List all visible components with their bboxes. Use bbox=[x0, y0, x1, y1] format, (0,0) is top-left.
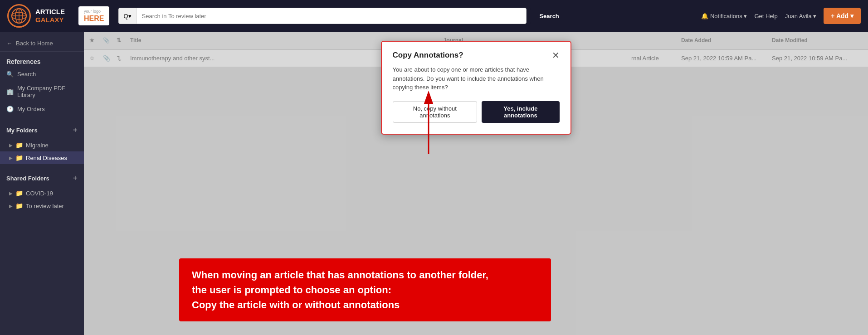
logo-text: ARTICLE GALAXY bbox=[35, 8, 65, 24]
get-help-link[interactable]: Get Help bbox=[754, 13, 777, 19]
search-box: Q▾ bbox=[118, 8, 527, 24]
chevron-right-icon-4: ▶ bbox=[9, 204, 13, 209]
content-area: ★ 📎 ⇅ Title Journal Date Added Date Modi… bbox=[84, 32, 868, 335]
logo-area: ARTICLE GALAXY bbox=[7, 4, 65, 28]
modal-header: Copy Annotations? ✕ bbox=[393, 51, 560, 60]
partner-logo: your logo HERE bbox=[78, 6, 109, 25]
chevron-right-icon-3: ▶ bbox=[9, 191, 13, 196]
search-input[interactable] bbox=[137, 13, 527, 19]
add-my-folder-button[interactable]: + bbox=[73, 126, 78, 135]
back-to-home-link[interactable]: ← Back to Home bbox=[0, 35, 84, 52]
app-header: ARTICLE GALAXY your logo HERE Q▾ Search … bbox=[0, 0, 868, 32]
sidebar-divider-1 bbox=[0, 119, 84, 119]
sidebar-item-search[interactable]: 🔍 Search bbox=[0, 67, 84, 81]
no-annotations-button[interactable]: No, copy without annotations bbox=[393, 101, 478, 123]
search-button[interactable]: Search bbox=[530, 8, 568, 24]
folder-renal-diseases[interactable]: ▶ 📁 Renal Diseases bbox=[0, 151, 84, 164]
folder-to-review-later[interactable]: ▶ 📁 To review later bbox=[0, 199, 84, 212]
shared-folders-label: Shared Folders bbox=[6, 175, 49, 182]
folder-icon-2: 📁 bbox=[15, 154, 23, 161]
header-search: Q▾ Search bbox=[118, 8, 692, 24]
search-dropdown-btn[interactable]: Q▾ bbox=[119, 8, 136, 24]
references-section-title: References bbox=[0, 53, 84, 67]
chevron-right-icon-2: ▶ bbox=[9, 155, 13, 160]
folder-migraine[interactable]: ▶ 📁 Migraine bbox=[0, 139, 84, 151]
search-icon: 🔍 bbox=[6, 71, 14, 78]
modal-actions: No, copy without annotations Yes, includ… bbox=[393, 101, 560, 123]
copy-annotations-modal: Copy Annotations? ✕ You are about to cop… bbox=[381, 41, 571, 135]
sidebar-item-my-orders[interactable]: 🕐 My Orders bbox=[0, 102, 84, 116]
bell-icon: 🔔 bbox=[701, 13, 708, 19]
chevron-right-icon: ▶ bbox=[9, 143, 13, 148]
folder-icon-3: 📁 bbox=[15, 189, 23, 197]
modal-body: You are about to copy one or more articl… bbox=[393, 65, 560, 92]
my-folders-header: My Folders + bbox=[0, 122, 84, 139]
main-layout: ← Back to Home References 🔍 Search 🏢 My … bbox=[0, 32, 868, 335]
sidebar-divider-2 bbox=[0, 167, 84, 167]
my-folders-label: My Folders bbox=[6, 127, 38, 134]
logo-circle bbox=[7, 4, 31, 28]
modal-title: Copy Annotations? bbox=[393, 51, 463, 60]
building-icon: 🏢 bbox=[6, 88, 14, 95]
annotation-line2: the user is prompted to choose an option… bbox=[192, 282, 538, 297]
yes-annotations-button[interactable]: Yes, include annotations bbox=[482, 101, 559, 123]
folder-covid19[interactable]: ▶ 📁 COVID-19 bbox=[0, 187, 84, 199]
sidebar: ← Back to Home References 🔍 Search 🏢 My … bbox=[0, 32, 84, 335]
user-menu[interactable]: Juan Avila ▾ bbox=[785, 13, 817, 19]
notifications-button[interactable]: 🔔 Notifications ▾ bbox=[701, 13, 747, 19]
annotation-box: When moving an article that has annotati… bbox=[179, 258, 551, 321]
modal-close-button[interactable]: ✕ bbox=[552, 51, 560, 60]
add-button[interactable]: + Add ▾ bbox=[824, 8, 861, 24]
header-right: 🔔 Notifications ▾ Get Help Juan Avila ▾ … bbox=[701, 8, 861, 24]
annotation-line3: Copy the article with or without annotat… bbox=[192, 297, 538, 312]
clock-icon: 🕐 bbox=[6, 106, 14, 112]
folder-icon: 📁 bbox=[15, 141, 23, 149]
add-shared-folder-button[interactable]: + bbox=[73, 174, 78, 183]
shared-folders-header: Shared Folders + bbox=[0, 170, 84, 187]
arrow-left-icon: ← bbox=[6, 40, 12, 47]
sidebar-item-pdf-library[interactable]: 🏢 My Company PDF Library bbox=[0, 81, 84, 102]
folder-icon-4: 📁 bbox=[15, 202, 23, 209]
annotation-line1: When moving an article that has annotati… bbox=[192, 267, 538, 282]
